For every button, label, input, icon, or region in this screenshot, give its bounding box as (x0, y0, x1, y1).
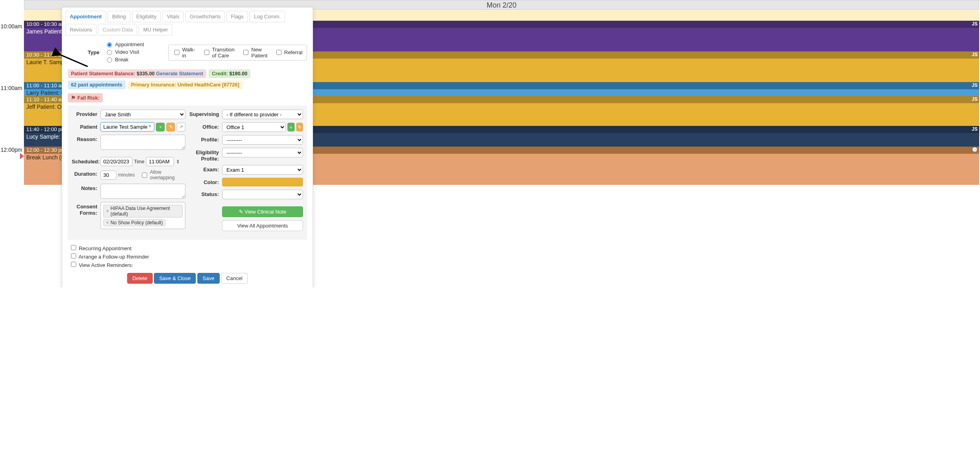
scheduled-time-input[interactable] (146, 157, 174, 166)
svg-line-0 (60, 55, 88, 67)
status-label: Status: (189, 190, 222, 197)
tab-custom-data[interactable]: Custom Data (98, 24, 137, 35)
eligibility-profile-label: Eligibility Profile: (189, 148, 222, 162)
office-label: Office: (189, 122, 222, 130)
past-appointments-chip[interactable]: 62 past appointments (68, 80, 126, 89)
flag-icon: ⚑ (71, 95, 76, 101)
provider-badge: JS (972, 96, 978, 102)
open-patient-button[interactable]: ↗ (177, 123, 185, 131)
modal-footer: Delete Save & Close Save Cancel (68, 273, 307, 284)
bottom-options: Recurring Appointment Arrange a Follow-u… (68, 240, 307, 273)
profile-select[interactable]: --------- (222, 135, 303, 145)
patient-summary-chips: Patient Statement Balance: $335.00 Gener… (68, 69, 307, 89)
consent-tag[interactable]: ×HIPAA Data Use Agreement (default) (103, 205, 183, 218)
tab-appointment[interactable]: Appointment (65, 11, 106, 22)
remove-tag-icon[interactable]: × (106, 208, 109, 214)
reason-textarea[interactable] (100, 135, 185, 150)
edit-patient-button[interactable]: ✎ (166, 123, 175, 131)
time-label: 12:00pm (1, 147, 22, 153)
appointment-flags-group: Walk-inTransition of CareNew PatientRefe… (168, 45, 307, 61)
notes-textarea[interactable] (100, 184, 185, 199)
color-swatch[interactable] (222, 178, 303, 186)
cancel-button[interactable]: Cancel (221, 273, 248, 284)
save-close-button[interactable]: Save & Close (154, 273, 196, 284)
allow-overlap-checkbox[interactable]: Allow overlapping (140, 169, 185, 180)
time-label: Time (134, 159, 144, 165)
insurance-chip: Primary Insurance: United HealthCare [87… (128, 80, 243, 89)
annotation-arrow (58, 53, 90, 70)
consent-label: Consent Forms: (72, 202, 100, 216)
add-office-button[interactable]: ＋ (287, 123, 294, 131)
tab-vitals[interactable]: Vitals (162, 11, 184, 22)
add-patient-button[interactable]: ＋ (156, 123, 165, 131)
type-row: Type Appointment Video Visit Break Walk-… (68, 39, 307, 68)
duration-label: Duration: (72, 169, 100, 177)
patient-input[interactable] (100, 122, 154, 131)
appointment-modal: AppointmentBillingEligibilityVitalsGrowt… (62, 7, 313, 288)
active-reminders-checkbox[interactable]: View Active Reminders: (69, 261, 305, 268)
edit-icon: ✎ (239, 209, 245, 215)
save-button[interactable]: Save (197, 273, 220, 284)
flag-walk-in[interactable]: Walk-in (173, 47, 195, 59)
time-spinner[interactable]: ▲▼ (176, 159, 179, 164)
type-radio-appointment[interactable]: Appointment (105, 41, 144, 47)
provider-badge: JS (972, 21, 978, 27)
consent-forms-box[interactable]: ×HIPAA Data Use Agreement (default)×No S… (100, 202, 185, 229)
provider-select[interactable]: Jane Smith (100, 110, 185, 119)
tab-log-comm-[interactable]: Log Comm. (250, 11, 285, 22)
provider-badge: JS (972, 52, 978, 57)
office-select[interactable]: Office 1 (222, 122, 286, 132)
time-label: 11:00am (1, 85, 22, 91)
followup-checkbox[interactable]: Arrange a Follow-up Reminder (69, 252, 305, 260)
eligibility-profile-select[interactable]: --------- (222, 148, 303, 157)
remove-tag-icon[interactable]: × (106, 220, 109, 226)
patient-label: Patient (72, 122, 100, 130)
scheduled-date-input[interactable] (100, 157, 132, 166)
dropdown-arrow-icon[interactable]: ▼ (148, 124, 152, 128)
tab-growthcharts[interactable]: Growthcharts (185, 11, 225, 22)
notes-label: Notes: (72, 184, 100, 191)
duration-input[interactable] (100, 171, 116, 180)
color-label: Color: (189, 178, 222, 185)
exam-select[interactable]: Exam 1 (222, 165, 303, 175)
supervising-select[interactable]: - If different to provider - (222, 110, 303, 119)
calendar-view: Mon 2/20 10:00am 11:00am 12:00pm 10:00 -… (0, 0, 980, 288)
minutes-label: minutes (118, 172, 135, 178)
time-label: 10:00am (1, 23, 22, 29)
provider-badge: JS (972, 126, 978, 132)
flag-transition-of-care[interactable]: Transition of Care (203, 47, 235, 59)
view-clinical-note-button[interactable]: ✎ View Clinical Note (222, 206, 303, 217)
type-radio-break[interactable]: Break (105, 56, 128, 63)
reason-label: Reason: (72, 135, 100, 142)
clock-icon: 🕓 (972, 147, 978, 152)
tab-mu-helper[interactable]: MU Helper (139, 24, 172, 35)
tab-revisions[interactable]: Revisions (65, 24, 96, 35)
delete-button[interactable]: Delete (127, 273, 153, 284)
edit-office-button[interactable]: ✎ (296, 123, 303, 131)
balance-chip: Patient Statement Balance: $335.00 Gener… (68, 69, 206, 78)
type-radio-video-visit[interactable]: Video Visit (105, 49, 139, 55)
tab-flags[interactable]: Flags (226, 11, 248, 22)
tab-eligibility[interactable]: Eligibility (132, 11, 161, 22)
tab-billing[interactable]: Billing (108, 11, 130, 22)
now-indicator (20, 153, 24, 159)
appointment-form: Provider Jane Smith Patient ▼ ＋ ✎ ↗ (68, 106, 307, 240)
scheduled-label: Scheduled: (72, 157, 100, 165)
generate-statement-link[interactable]: Generate Statement (156, 71, 203, 76)
consent-tag[interactable]: ×No Show Policy (default) (103, 219, 165, 226)
provider-badge: JS (972, 82, 978, 88)
flag-referral[interactable]: Referral (275, 47, 303, 59)
recurring-checkbox[interactable]: Recurring Appointment (69, 244, 305, 251)
modal-tabs: AppointmentBillingEligibilityVitalsGrowt… (62, 8, 313, 35)
credit-chip: Credit: $190.00 (209, 69, 250, 78)
provider-label: Provider (72, 110, 100, 117)
profile-label: Profile: (189, 135, 222, 143)
view-all-appointments-button[interactable]: View All Appointments (222, 220, 303, 231)
flag-new-patient[interactable]: New Patient (242, 47, 267, 59)
status-select[interactable] (222, 190, 303, 199)
fall-risk-flag[interactable]: ⚑ Fall Risk: (68, 93, 103, 102)
supervising-label: Supervising (189, 110, 222, 117)
exam-label: Exam: (189, 165, 222, 173)
